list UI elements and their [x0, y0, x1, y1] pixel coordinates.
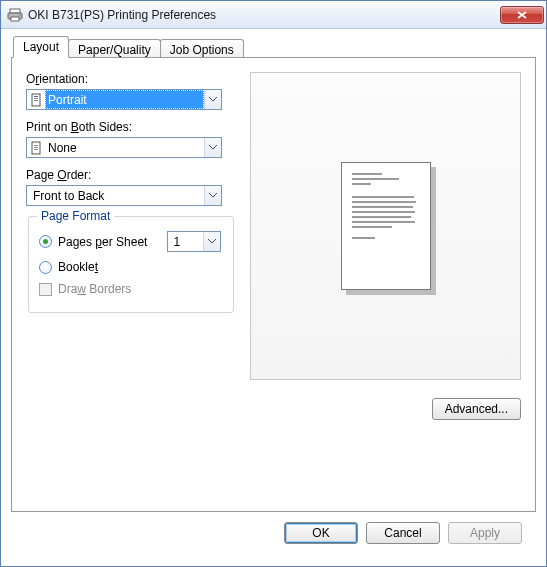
apply-button: Apply — [448, 522, 522, 544]
svg-rect-2 — [11, 17, 19, 21]
cancel-button[interactable]: Cancel — [366, 522, 440, 544]
tab-job-options[interactable]: Job Options — [160, 39, 244, 59]
svg-rect-9 — [34, 145, 38, 146]
page-order-combo[interactable]: Front to Back — [26, 185, 222, 206]
pages-per-sheet-value: 1 — [168, 235, 203, 249]
chevron-down-icon — [204, 138, 221, 157]
right-column: Advanced... — [250, 72, 521, 420]
draw-borders-checkbox — [39, 283, 52, 296]
svg-rect-10 — [34, 147, 38, 148]
printer-icon — [7, 7, 23, 23]
svg-point-3 — [19, 14, 21, 16]
none-icon — [27, 138, 45, 157]
svg-rect-6 — [34, 98, 38, 99]
chevron-down-icon — [204, 90, 221, 109]
booklet-radio[interactable] — [39, 261, 52, 274]
dialog-footer: OK Cancel Apply — [11, 512, 536, 556]
window-title: OKI B731(PS) Printing Preferences — [28, 8, 500, 22]
ok-button[interactable]: OK — [284, 522, 358, 544]
preferences-dialog: OKI B731(PS) Printing Preferences Layout… — [0, 0, 547, 567]
chevron-down-icon — [203, 232, 220, 251]
tabpanel-layout: Orientation: Portrait Print on Both Side… — [11, 57, 536, 512]
duplex-combo[interactable]: None — [26, 137, 222, 158]
svg-rect-11 — [34, 149, 38, 150]
titlebar: OKI B731(PS) Printing Preferences — [1, 1, 546, 29]
page-preview-graphic — [341, 162, 431, 290]
duplex-value: None — [48, 141, 77, 155]
svg-rect-7 — [34, 100, 38, 101]
page-order-label: Page Order: — [26, 168, 236, 182]
client-area: Layout Paper/Quality Job Options Orienta… — [1, 29, 546, 566]
pages-per-sheet-radio[interactable] — [39, 235, 52, 248]
orientation-combo[interactable]: Portrait — [26, 89, 222, 110]
orientation-label: Orientation: — [26, 72, 236, 86]
booklet-label: Booklet — [58, 260, 98, 274]
draw-borders-label: Draw Borders — [58, 282, 131, 296]
svg-rect-0 — [10, 9, 20, 13]
left-column: Orientation: Portrait Print on Both Side… — [26, 72, 236, 420]
close-button[interactable] — [500, 6, 544, 24]
pages-per-sheet-label: Pages per Sheet — [58, 235, 147, 249]
pages-per-sheet-combo[interactable]: 1 — [167, 231, 221, 252]
chevron-down-icon — [204, 186, 221, 205]
page-format-group: Page Format Pages per Sheet 1 Booklet — [28, 216, 234, 313]
page-preview — [250, 72, 521, 380]
page-format-legend: Page Format — [37, 209, 114, 223]
tab-layout[interactable]: Layout — [13, 36, 69, 58]
page-order-value: Front to Back — [33, 189, 104, 203]
orientation-value: Portrait — [48, 93, 87, 107]
tab-paper-quality[interactable]: Paper/Quality — [68, 39, 161, 59]
svg-rect-5 — [34, 96, 38, 97]
portrait-icon — [27, 90, 45, 109]
duplex-label: Print on Both Sides: — [26, 120, 236, 134]
advanced-button[interactable]: Advanced... — [432, 398, 521, 420]
tabstrip: Layout Paper/Quality Job Options — [13, 36, 536, 58]
